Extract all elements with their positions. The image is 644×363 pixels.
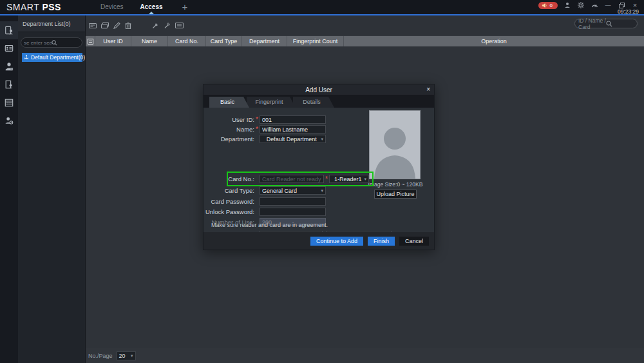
required-mark: *	[254, 116, 260, 123]
chevron-down-icon: ▾	[131, 353, 133, 358]
required-mark: *	[254, 126, 260, 133]
department-value: Default Department	[262, 136, 321, 142]
issue-wand-icon[interactable]	[164, 22, 171, 29]
card-type-select[interactable]: General Card ▾	[260, 186, 326, 195]
edit-pencil-icon[interactable]	[113, 22, 120, 29]
name-label: Name:	[204, 126, 254, 133]
tab-details[interactable]: Details	[293, 97, 334, 108]
search-icon	[52, 40, 79, 46]
dialog-footer: Continue to Add Finish Cancel	[204, 232, 434, 250]
logo-pss: PSS	[42, 2, 61, 12]
unlock-password-label: Unlock Password:	[204, 208, 254, 215]
extract-wand-icon[interactable]	[152, 22, 159, 29]
user-icon[interactable]	[564, 1, 571, 9]
tree-item-label: Default Department(0)	[31, 54, 85, 61]
col-card-no[interactable]: Card No.	[168, 36, 206, 46]
user-id-label: User ID:	[204, 116, 254, 123]
rail-item-door-log[interactable]	[0, 75, 18, 93]
rail-item-user[interactable]	[0, 39, 18, 57]
door-log-icon	[5, 80, 14, 89]
batch-card-icon[interactable]	[101, 22, 109, 29]
upload-picture-button[interactable]: Upload Picture	[374, 190, 417, 199]
select-all-checkbox[interactable]	[86, 36, 95, 46]
tab-devices[interactable]: Devices	[97, 0, 128, 14]
new-tab-button[interactable]: +	[182, 1, 188, 14]
pagination: No./Page 20 ▾	[88, 351, 136, 360]
net-gauge-icon[interactable]	[591, 1, 598, 9]
user-id-input[interactable]	[260, 115, 326, 124]
titlebar: SMART PSS Devices Access + 0 — × 09:23:2…	[0, 0, 644, 14]
department-panel-title: Department List(0)	[18, 15, 85, 32]
dialog-title: Add User	[305, 86, 332, 93]
add-card-icon[interactable]	[89, 22, 97, 29]
required-mark: *	[324, 175, 329, 182]
card-password-label: Card Password:	[204, 198, 254, 205]
continue-to-add-button[interactable]: Continue to Add	[310, 237, 363, 246]
alarm-indicator[interactable]: 0	[538, 2, 558, 9]
user-search-placeholder: ID / Name / Card	[578, 17, 606, 30]
col-user-id[interactable]: User ID	[95, 36, 131, 46]
delete-trash-icon[interactable]	[125, 22, 131, 29]
col-fingerprint-count[interactable]: Fingerprint Count	[287, 36, 344, 46]
chevron-down-icon: ▾	[321, 137, 323, 142]
rail-item-user-config[interactable]	[0, 112, 18, 130]
rail-item-schedule[interactable]	[0, 93, 18, 112]
search-icon	[606, 21, 634, 27]
dialog-tabs: Basic Info Fingerprint Info Details	[204, 95, 434, 108]
reader-select[interactable]: 1-Reader1 ▾	[329, 175, 369, 183]
col-name[interactable]: Name	[131, 36, 168, 46]
chevron-down-icon: ▾	[321, 188, 323, 193]
module-rail	[0, 15, 18, 363]
add-user-dialog: Add User × Basic Info Fingerprint Info D…	[203, 84, 435, 250]
col-department[interactable]: Department	[242, 36, 287, 46]
card-no-row: Card No.: * 1-Reader1 ▾	[204, 175, 430, 183]
user-table-header: User ID Name Card No. Card Type Departme…	[86, 36, 644, 46]
department-search-input[interactable]: se enter search criteria	[21, 37, 82, 48]
card-type-label: Card Type:	[204, 187, 254, 194]
tree-item-default-department[interactable]: Default Department(0)	[22, 53, 82, 62]
smartpss-window: SMART PSS Devices Access + 0 — × 09:23:2…	[0, 0, 644, 363]
user-toolbar: ID / Name / Card	[86, 15, 644, 35]
rail-item-console[interactable]	[0, 21, 18, 39]
personnel-icon	[5, 62, 14, 71]
person-silhouette-icon	[370, 119, 419, 179]
department-search-text: se enter search criteria	[24, 40, 52, 46]
speaker-icon	[542, 3, 547, 8]
unlock-password-input[interactable]	[260, 208, 326, 216]
dialog-titlebar: Add User ×	[204, 84, 434, 95]
settings-gear-icon[interactable]	[577, 1, 585, 9]
page-size-value: 20	[119, 353, 126, 359]
alarm-count: 0	[550, 2, 553, 9]
app-logo: SMART PSS	[6, 2, 61, 12]
page-size-label: No./Page	[88, 353, 113, 359]
org-tree-icon	[24, 55, 29, 60]
name-input[interactable]	[260, 125, 326, 133]
cancel-button[interactable]: Cancel	[399, 237, 429, 246]
card-no-label: Card No.:	[204, 175, 254, 182]
col-operation[interactable]: Operation	[344, 36, 644, 46]
card-type-value: General Card	[262, 188, 321, 194]
tab-access[interactable]: Access	[136, 0, 166, 14]
id-card-icon	[5, 44, 14, 53]
user-search-input[interactable]: ID / Name / Card	[574, 19, 638, 28]
dialog-close-icon[interactable]: ×	[426, 84, 430, 95]
dialog-body: User ID: * Name: * Department: Default D…	[204, 108, 434, 233]
card-password-input[interactable]	[260, 197, 326, 206]
tab-fingerprint-info[interactable]: Fingerprint Info	[247, 97, 296, 108]
card-reader-icon[interactable]	[175, 22, 184, 29]
console-icon	[5, 26, 14, 35]
card-no-input[interactable]	[260, 175, 324, 183]
user-photo-placeholder	[369, 110, 421, 179]
agreement-note: Make sure reader and card are in agreeme…	[211, 222, 328, 228]
tab-basic-info[interactable]: Basic Info	[209, 97, 249, 108]
chevron-down-icon: ▾	[364, 177, 366, 182]
finish-button[interactable]: Finish	[368, 237, 395, 246]
minimize-icon[interactable]: —	[604, 1, 612, 9]
department-select[interactable]: Default Department ▾	[260, 135, 326, 143]
reader-value: 1-Reader1	[332, 176, 364, 182]
unlock-password-row: Unlock Password:	[204, 208, 430, 216]
col-card-type[interactable]: Card Type	[206, 36, 242, 46]
department-panel: Department List(0) se enter search crite…	[18, 15, 86, 363]
page-size-select[interactable]: 20 ▾	[117, 351, 136, 360]
rail-item-personnel[interactable]	[0, 57, 18, 75]
